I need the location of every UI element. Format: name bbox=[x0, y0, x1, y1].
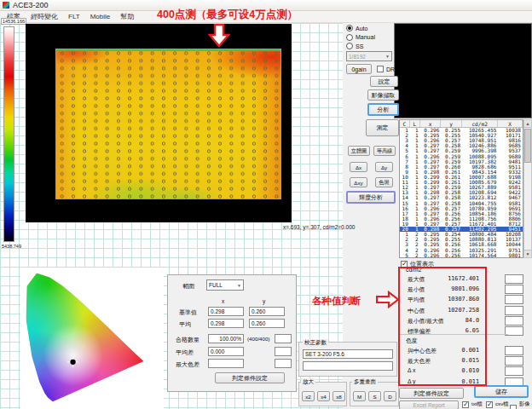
delta-xy-button[interactable]: Δxy bbox=[350, 177, 367, 187]
measurement-canvas[interactable] bbox=[26, 24, 292, 222]
calibration-field[interactable]: SET 3-200 F5.6 bbox=[303, 349, 393, 359]
avgdiff-label: 平均差 bbox=[176, 349, 194, 357]
stat-value: 0.010 bbox=[428, 367, 479, 374]
calibration-field-2[interactable] bbox=[303, 361, 393, 371]
radio-dot-icon[interactable] bbox=[346, 25, 353, 32]
cie-chromaticity-diagram[interactable] bbox=[20, 268, 164, 409]
cie-diagram-panel bbox=[20, 268, 164, 409]
judge-box bbox=[505, 346, 523, 355]
shutter-value: 1/8192 bbox=[349, 54, 366, 60]
check-影像檔[interactable]: 影像檔 bbox=[510, 400, 532, 409]
judge-box bbox=[505, 356, 523, 366]
judge-box bbox=[505, 274, 523, 284]
pass-count-field[interactable]: 100.00% bbox=[208, 334, 244, 343]
check-label: 影像檔 bbox=[519, 400, 532, 409]
radio-manual[interactable]: Manual bbox=[346, 34, 375, 41]
check-txt檔[interactable]: txt檔 bbox=[462, 400, 483, 408]
check-csv檔[interactable]: csv檔 bbox=[486, 400, 508, 408]
table-header-cell: cd/m2 bbox=[462, 120, 498, 127]
multi-button-d[interactable]: D bbox=[384, 391, 396, 401]
stats-divider bbox=[399, 334, 508, 335]
checkbox-icon[interactable] bbox=[510, 405, 517, 409]
luminance-analysis-button[interactable]: 輝度分析 bbox=[346, 191, 396, 204]
menu-item-幫助[interactable]: 幫助 bbox=[120, 12, 134, 21]
radio-label: SS bbox=[356, 43, 363, 49]
scroll-down-icon[interactable]: ▼ bbox=[524, 250, 531, 257]
avgdiff-field[interactable]: 0.000 bbox=[208, 347, 244, 356]
annotation-down-arrow-icon bbox=[208, 24, 230, 48]
judge-box bbox=[505, 285, 523, 294]
stereo-button[interactable]: 立體圖 bbox=[348, 146, 370, 156]
zoom-button-x2[interactable]: x2 bbox=[302, 391, 315, 401]
table-header-cell: X bbox=[498, 120, 523, 127]
stat-label: Δ y bbox=[408, 378, 415, 384]
colorbar-min-label: 5438.749 bbox=[2, 244, 21, 249]
maxdiff-field[interactable] bbox=[208, 359, 244, 368]
annotation-right-arrow-icon bbox=[376, 291, 400, 308]
table-scrollbar[interactable]: ▲ ▼ bbox=[523, 119, 532, 258]
ref-y-field[interactable]: 0.260 bbox=[249, 307, 285, 316]
col-x-header: x bbox=[222, 298, 224, 304]
zoom-button-x4[interactable]: x4 bbox=[317, 391, 330, 401]
range-select[interactable]: FULL▼ bbox=[206, 279, 244, 291]
table-row[interactable]: 520.2960.25610174.5649801 bbox=[400, 253, 523, 258]
radio-auto[interactable]: Auto bbox=[346, 25, 367, 32]
table-header-cell: y bbox=[441, 120, 462, 127]
contour-button[interactable]: 等高線 bbox=[373, 146, 396, 156]
checkbox-icon[interactable] bbox=[486, 401, 493, 408]
judge-condition-button-panel[interactable]: 判定條件設定 bbox=[215, 372, 285, 383]
menu-item-經時變化[interactable]: 經時變化 bbox=[31, 12, 58, 21]
image-capture-button[interactable]: 影像擷取 bbox=[367, 89, 399, 101]
colorbar-max-label: 14536.166 bbox=[1, 18, 26, 25]
avg-y-field[interactable]: 0.260 bbox=[249, 319, 285, 328]
dr-checkbox-row[interactable]: DR bbox=[377, 66, 395, 72]
settings-button[interactable]: 設定 bbox=[370, 76, 398, 87]
dr-checkbox[interactable] bbox=[377, 66, 384, 72]
delta-x-button[interactable]: Δx bbox=[350, 162, 367, 172]
avg-x-field[interactable]: 0.298 bbox=[208, 319, 244, 328]
stat-value: 10207.258 bbox=[428, 307, 479, 314]
judge-box bbox=[505, 316, 523, 325]
measurement-table[interactable]: CLxycd/m2X 110.2960.25510265.45510038210… bbox=[399, 119, 523, 258]
multi-button-m[interactable]: M bbox=[353, 391, 366, 401]
menu-item-FLT[interactable]: FLT bbox=[68, 13, 80, 20]
mura-button[interactable]: 色斑 bbox=[375, 177, 393, 187]
checkbox-icon[interactable] bbox=[462, 401, 469, 408]
gain-button[interactable]: 0gain bbox=[346, 64, 372, 74]
ref-label: 基準值 bbox=[179, 308, 197, 317]
ref-x-field[interactable]: 0.298 bbox=[208, 307, 244, 316]
radio-ss[interactable]: SS bbox=[346, 43, 363, 49]
menu-item-Mobile[interactable]: Mobile bbox=[90, 13, 111, 20]
judge-condition-button[interactable]: 判定條件設定 bbox=[399, 388, 464, 399]
zoom-label: 放大 bbox=[301, 378, 315, 386]
scroll-up-icon[interactable]: ▲ bbox=[524, 120, 531, 128]
chevron-down-icon: ▼ bbox=[385, 54, 390, 59]
annotation-top-note: 400点测（最多可设4万点测） bbox=[157, 8, 298, 22]
delta-y-button[interactable]: Δy bbox=[375, 162, 393, 172]
analyze-button[interactable]: 分析 bbox=[367, 103, 399, 116]
scroll-thumb[interactable] bbox=[524, 129, 531, 163]
table-cell: 0.256 bbox=[441, 253, 462, 258]
save-button[interactable]: 儲存 bbox=[474, 385, 529, 398]
camera-preview[interactable] bbox=[394, 23, 532, 118]
chevron-down-icon: ▼ bbox=[237, 283, 241, 288]
pass-count-label: 合格數量 bbox=[176, 336, 200, 344]
window-title: ACE3-200 bbox=[13, 1, 49, 9]
avgdiff-judge-box bbox=[275, 347, 292, 356]
zoom-button-x8[interactable]: x8 bbox=[332, 391, 345, 401]
calibration-label: 校正參數 bbox=[303, 339, 328, 347]
shutter-select[interactable]: 1/8192▼ bbox=[346, 51, 392, 61]
table-cell: 0.296 bbox=[420, 253, 442, 258]
stat-value: 6.05 bbox=[428, 327, 479, 334]
measure-button[interactable]: 測定 bbox=[366, 119, 399, 136]
stat-label: 中心值 bbox=[408, 307, 425, 315]
multi-button-s[interactable]: S bbox=[368, 391, 381, 401]
stat-label: 最小值 bbox=[408, 285, 425, 294]
radio-dot-icon[interactable] bbox=[346, 34, 353, 41]
radio-dot-icon[interactable] bbox=[346, 43, 353, 49]
range-label: 範圍 bbox=[182, 282, 194, 291]
calibration-groupbox bbox=[298, 342, 397, 377]
luminance-heatmap[interactable] bbox=[55, 49, 281, 199]
app-icon bbox=[3, 2, 9, 9]
table-header-cell: L bbox=[410, 120, 420, 127]
